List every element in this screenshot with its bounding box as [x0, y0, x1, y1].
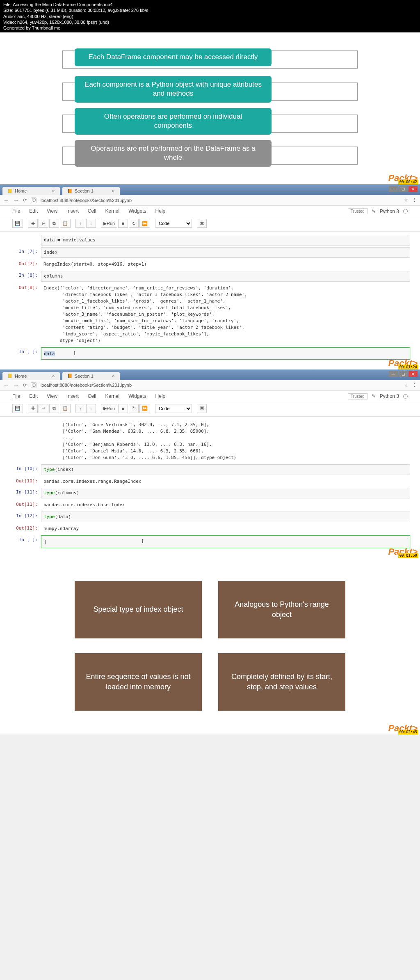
restart-run-button[interactable]: ⏩ [139, 219, 150, 228]
active-cell[interactable]: | I [41, 535, 410, 548]
address-bar: ← → ⟳ ⓘ localhost:8888/notebooks/Section… [0, 195, 420, 206]
edit-icon[interactable]: ✎ [372, 209, 376, 214]
interrupt-button[interactable]: ■ [118, 219, 128, 228]
menu-view[interactable]: View [47, 393, 57, 399]
restart-run-button[interactable]: ⏩ [139, 404, 150, 413]
menu-help[interactable]: Help [155, 393, 166, 399]
code-input[interactable]: columns [44, 273, 63, 279]
forward-icon[interactable]: → [13, 382, 19, 388]
code-input[interactable]: type(columns) [44, 490, 79, 496]
code-input[interactable]: type(index) [44, 467, 74, 472]
menu-widgets[interactable]: Widgets [128, 393, 146, 399]
bookmark-icon[interactable]: ☆ [404, 383, 408, 388]
restart-button[interactable]: ↻ [129, 219, 139, 228]
move-up-button[interactable]: ↑ [75, 219, 85, 228]
code-input[interactable]: index [44, 250, 57, 255]
menu-insert[interactable]: Insert [66, 208, 79, 214]
command-palette-button[interactable]: ⌘ [197, 404, 207, 413]
menu-file[interactable]: File [12, 208, 20, 214]
close-icon[interactable]: ✕ [112, 374, 115, 378]
close-icon[interactable]: ✕ [52, 189, 55, 193]
out-prompt: Out[8]: [10, 283, 41, 345]
url-text[interactable]: localhost:8888/notebooks/Section%201.ipy… [41, 383, 400, 388]
close-icon[interactable]: ✕ [112, 189, 115, 193]
minimize-icon[interactable]: — [389, 186, 398, 192]
reload-icon[interactable]: ⟳ [23, 197, 27, 203]
menu-cell[interactable]: Cell [88, 393, 96, 399]
close-icon[interactable]: ✕ [409, 186, 418, 192]
menu-help[interactable]: Help [155, 208, 166, 214]
quad-box-4: Completely defined by its start, stop, a… [218, 653, 345, 711]
menu-view[interactable]: View [47, 208, 57, 214]
command-palette-button[interactable]: ⌘ [197, 219, 207, 228]
save-button[interactable]: 💾 [12, 219, 23, 228]
menu-kernel[interactable]: Kernel [105, 208, 120, 214]
pill-1: Each DataFrame component may be accessed… [75, 48, 272, 66]
reload-icon[interactable]: ⟳ [23, 383, 27, 388]
browser-tab-home[interactable]: 📒Home✕ [2, 372, 60, 380]
trusted-badge[interactable]: Trusted [348, 208, 368, 214]
meta-generated: Generated by Thumbnail me [3, 25, 417, 31]
menu-edit[interactable]: Edit [29, 208, 38, 214]
timestamp-1: 00:00:42 [398, 179, 418, 184]
timestamp-3: 00:01:59 [398, 553, 418, 558]
save-button[interactable]: 💾 [12, 404, 23, 413]
bookmark-icon[interactable]: ☆ [404, 197, 408, 203]
forward-icon[interactable]: → [13, 197, 19, 204]
in-prompt: In [11]: [10, 488, 41, 498]
maximize-icon[interactable]: ▢ [399, 371, 408, 377]
menu-icon[interactable]: ⋮ [412, 197, 417, 203]
cut-button[interactable]: ✂ [39, 219, 48, 228]
copy-button[interactable]: ⧉ [49, 404, 59, 413]
out-prompt: Out[11]: [10, 500, 41, 510]
browser-tab-section1[interactable]: 📙Section 1✕ [62, 372, 120, 380]
back-icon[interactable]: ← [3, 197, 9, 204]
timestamp-2: 00:01:24 [398, 365, 418, 370]
move-down-button[interactable]: ↓ [86, 219, 96, 228]
quad-box-1: Special type of index object [75, 581, 202, 638]
minimize-icon[interactable]: — [389, 371, 398, 377]
close-icon[interactable]: ✕ [409, 371, 418, 377]
slide-1: Each DataFrame component may be accessed… [0, 32, 420, 184]
active-cell[interactable]: data I [41, 347, 410, 360]
restart-button[interactable]: ↻ [129, 404, 139, 413]
menu-insert[interactable]: Insert [66, 393, 79, 399]
url-text[interactable]: localhost:8888/notebooks/Section%201.ipy… [41, 198, 400, 203]
address-bar: ← → ⟳ ⓘ localhost:8888/notebooks/Section… [0, 380, 420, 391]
menu-edit[interactable]: Edit [29, 393, 38, 399]
maximize-icon[interactable]: ▢ [399, 186, 408, 192]
run-button[interactable]: ▶ Run [101, 404, 117, 413]
trusted-badge[interactable]: Trusted [348, 393, 368, 399]
kernel-name: Python 3 [380, 393, 399, 399]
menu-file[interactable]: File [12, 393, 20, 399]
interrupt-button[interactable]: ■ [118, 404, 128, 413]
celltype-select[interactable]: Code [155, 219, 192, 228]
menu-icon[interactable]: ⋮ [412, 383, 417, 388]
paste-button[interactable]: 📋 [60, 219, 71, 228]
back-icon[interactable]: ← [3, 382, 9, 388]
paste-button[interactable]: 📋 [60, 404, 71, 413]
add-cell-button[interactable]: ✚ [28, 219, 38, 228]
run-button[interactable]: ▶ Run [101, 219, 117, 228]
browser-tab-home[interactable]: 📒Home✕ [2, 187, 60, 195]
browser-tab-section1[interactable]: 📙Section 1✕ [62, 187, 120, 195]
close-icon[interactable]: ✕ [52, 374, 55, 378]
move-up-button[interactable]: ↑ [75, 404, 85, 413]
site-info-icon[interactable]: ⓘ [31, 197, 37, 203]
celltype-select[interactable]: Code [155, 404, 192, 413]
cut-button[interactable]: ✂ [39, 404, 48, 413]
edit-icon[interactable]: ✎ [372, 393, 376, 399]
site-info-icon[interactable]: ⓘ [31, 382, 37, 388]
copy-button[interactable]: ⧉ [49, 219, 59, 228]
move-down-button[interactable]: ↓ [86, 404, 96, 413]
out-prompt: Out[10]: [10, 477, 41, 487]
menu-widgets[interactable]: Widgets [128, 208, 146, 214]
in-prompt: In [ ]: [10, 535, 41, 548]
add-cell-button[interactable]: ✚ [28, 404, 38, 413]
menu-kernel[interactable]: Kernel [105, 393, 120, 399]
menu-cell[interactable]: Cell [88, 208, 96, 214]
window-controls: — ▢ ✕ [389, 371, 418, 377]
code-line[interactable]: data = movie.values [44, 237, 96, 243]
code-input[interactable]: type(data) [44, 514, 71, 519]
meta-audio: Audio: aac, 48000 Hz, stereo (eng) [3, 14, 417, 19]
